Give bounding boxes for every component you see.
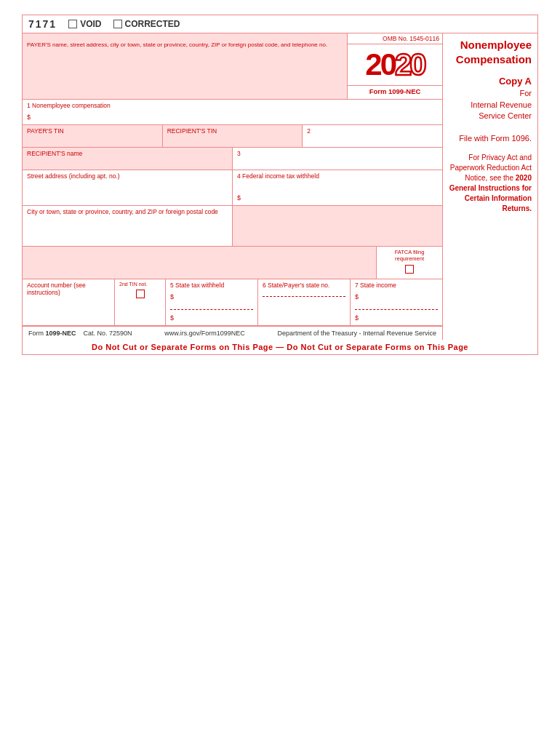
corrected-checkbox[interactable] bbox=[113, 20, 122, 28]
corrected-group: CORRECTED bbox=[113, 19, 180, 29]
box3-label: 3 bbox=[237, 150, 438, 157]
footer-cat: Cat. No. 72590N bbox=[84, 330, 132, 337]
top-header: 7171 VOID CORRECTED bbox=[23, 15, 537, 33]
form-left: PAYER'S name, street address, city or to… bbox=[23, 33, 443, 340]
omb-number: OMB No. 1545-0116 bbox=[348, 33, 442, 44]
fatca-row: FATCA filing requirement bbox=[23, 247, 442, 279]
box7-label: 7 State income bbox=[355, 282, 438, 289]
tin-2nd-field: 2nd TIN not. bbox=[115, 279, 166, 325]
account-row: Account number (see instructions) 2nd TI… bbox=[23, 279, 442, 326]
recipient-name-label: RECIPIENT'S name bbox=[27, 150, 228, 157]
footer-center: www.irs.gov/Form1099NEC bbox=[164, 330, 245, 337]
footer-form-label: Form bbox=[28, 330, 44, 337]
copy-a-label: Copy A bbox=[449, 75, 532, 88]
footer-form-number: 1099-NEC bbox=[46, 330, 76, 337]
void-group: VOID bbox=[68, 19, 101, 29]
privacy-bold: 2020 General Instructions for Certain In… bbox=[449, 174, 532, 212]
footer-left: Form 1099-NEC Cat. No. 72590N bbox=[28, 330, 132, 337]
account-label: Account number (see instructions) bbox=[27, 282, 110, 296]
tin-row: PAYER'S TIN RECIPIENT'S TIN 2 bbox=[23, 125, 442, 148]
box3-field: 3 bbox=[233, 148, 442, 170]
city-right-blank bbox=[233, 206, 442, 246]
form-body: PAYER'S name, street address, city or to… bbox=[23, 33, 537, 340]
account-field: Account number (see instructions) bbox=[23, 279, 115, 325]
form-right: NonemployeeCompensation Copy A For Inter… bbox=[443, 33, 537, 340]
box2-field: 2 bbox=[303, 125, 442, 147]
footer-right: Department of the Treasury - Internal Re… bbox=[277, 330, 436, 337]
footer-dept: Department of the Treasury - Internal Re… bbox=[277, 330, 436, 337]
recipient-tin-label: RECIPIENT'S TIN bbox=[167, 127, 298, 135]
payer-info-field: PAYER'S name, street address, city or to… bbox=[23, 33, 347, 99]
box5-dollar1: $ bbox=[170, 293, 174, 300]
box7-dollar2: $ bbox=[355, 314, 359, 322]
footer-url: www.irs.gov/Form1099NEC bbox=[164, 330, 245, 337]
bottom-text: Do Not Cut or Separate Forms on This Pag… bbox=[23, 340, 537, 354]
box6-field: 6 State/Payer's state no. bbox=[258, 279, 351, 325]
form-number: 7171 bbox=[28, 18, 57, 30]
fatca-right: FATCA filing requirement bbox=[377, 247, 442, 279]
box1-field: 1 Nonemployee compensation $ bbox=[23, 100, 442, 124]
box4-dollar: $ bbox=[237, 194, 241, 202]
year-outline: 20 bbox=[395, 47, 425, 81]
address-row: Street address (including apt. no.) 4 Fe… bbox=[23, 170, 442, 206]
page: 7171 VOID CORRECTED PAYER'S name, street… bbox=[0, 0, 560, 370]
city-label: City or town, state or province, country… bbox=[27, 208, 228, 215]
payer-tin-field: PAYER'S TIN bbox=[23, 125, 163, 147]
street-label: Street address (including apt. no.) bbox=[27, 172, 228, 180]
privacy-section: For Privacy Act and Paperwork Reduction … bbox=[449, 153, 532, 214]
tin-2nd-label: 2nd TIN not. bbox=[119, 282, 161, 287]
tin-2nd-checkbox[interactable] bbox=[136, 290, 145, 298]
box1-label: 1 Nonemployee compensation bbox=[27, 102, 438, 109]
box5-field: 5 State tax withheld $ $ bbox=[166, 279, 258, 325]
box2-label: 2 bbox=[307, 127, 438, 135]
box1-row: 1 Nonemployee compensation $ bbox=[23, 100, 442, 125]
city-row: City or town, state or province, country… bbox=[23, 206, 442, 247]
void-label: VOID bbox=[80, 19, 101, 29]
city-field: City or town, state or province, country… bbox=[23, 206, 233, 246]
form-container: 7171 VOID CORRECTED PAYER'S name, street… bbox=[22, 15, 538, 355]
recipient-name-field: RECIPIENT'S name bbox=[23, 148, 233, 170]
box7-dollar1: $ bbox=[355, 293, 359, 300]
year-box: 2020 bbox=[348, 44, 442, 86]
form-1099-label: Form 1099-NEC bbox=[348, 86, 442, 97]
copy-for: For bbox=[449, 88, 532, 99]
void-checkbox[interactable] bbox=[68, 20, 77, 28]
box5-label: 5 State tax withheld bbox=[170, 282, 253, 289]
payer-field-label: PAYER'S name, street address, city or to… bbox=[27, 41, 327, 48]
box6-label: 6 State/Payer's state no. bbox=[263, 282, 345, 289]
copy-file-with: File with Form 1096. bbox=[449, 133, 532, 144]
fatca-label: FATCA filing requirement bbox=[381, 249, 438, 262]
form-footer: Form 1099-NEC Cat. No. 72590N www.irs.go… bbox=[23, 326, 442, 340]
payer-left: PAYER'S name, street address, city or to… bbox=[23, 33, 348, 99]
form-title: NonemployeeCompensation bbox=[449, 38, 532, 66]
copy-line2: Service Center bbox=[449, 111, 532, 121]
box7-field: 7 State income $ $ bbox=[351, 279, 442, 325]
fatca-checkbox[interactable] bbox=[405, 265, 414, 274]
recipient-row: RECIPIENT'S name 3 bbox=[23, 148, 442, 170]
box4-label: 4 Federal income tax withheld bbox=[237, 172, 438, 180]
year-solid: 20 bbox=[365, 47, 395, 81]
corrected-label: CORRECTED bbox=[125, 19, 180, 29]
box1-dollar: $ bbox=[27, 113, 31, 121]
fatca-left-blank bbox=[23, 247, 377, 279]
street-field: Street address (including apt. no.) bbox=[23, 170, 233, 205]
copy-section: Copy A For Internal Revenue Service Cent… bbox=[449, 75, 532, 144]
box4-field: 4 Federal income tax withheld $ bbox=[233, 170, 442, 205]
box5-dollar2: $ bbox=[170, 314, 174, 322]
year-display: 2020 bbox=[365, 47, 424, 82]
payer-omb-row: PAYER'S name, street address, city or to… bbox=[23, 33, 442, 100]
omb-right: OMB No. 1545-0116 2020 Form 1099-NEC bbox=[348, 33, 442, 99]
copy-line1: Internal Revenue bbox=[449, 100, 532, 111]
payer-tin-label: PAYER'S TIN bbox=[27, 127, 158, 135]
recipient-tin-field: RECIPIENT'S TIN bbox=[163, 125, 303, 147]
